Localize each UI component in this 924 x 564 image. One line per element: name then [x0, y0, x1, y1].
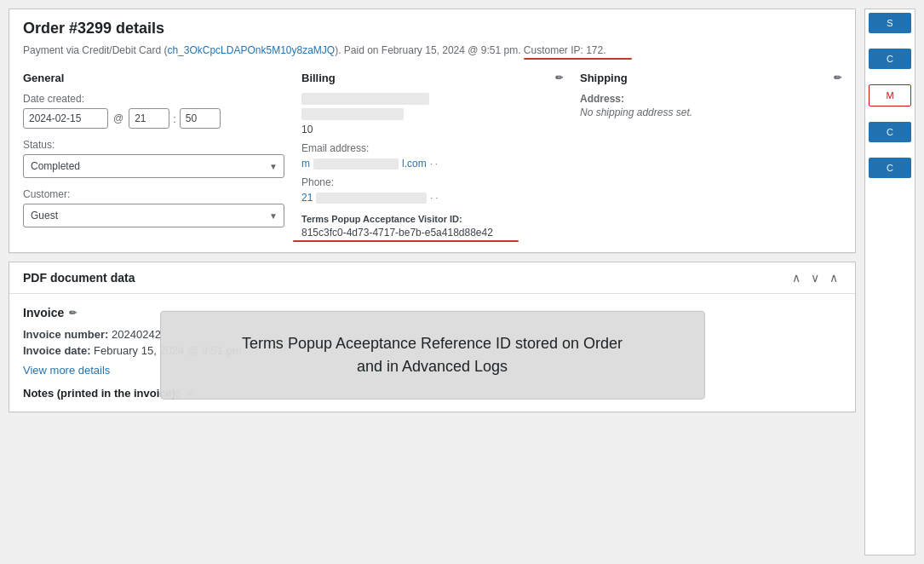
pdf-card-body: Invoice ✏ Invoice number: 20240242 Invoi…: [9, 294, 855, 411]
phone-label: Phone:: [301, 176, 563, 188]
terms-label: Terms Popup Acceptance Visitor ID:: [301, 214, 563, 224]
customer-label: Customer:: [23, 188, 284, 200]
at-text: @: [113, 112, 123, 124]
phone-prefix[interactable]: 21: [301, 192, 313, 204]
customer-select[interactable]: Guest: [23, 204, 284, 227]
sidebar-meta-2: [869, 74, 911, 81]
phone-dots: · ·: [430, 193, 438, 203]
invoice-date-row: Invoice date: February 15, 2024 @ 9:51 p…: [23, 344, 841, 357]
payment-info: Payment via Credit/Debit Card (ch_3OkCpc…: [23, 43, 841, 58]
pdf-title: PDF document data: [23, 271, 135, 285]
sidebar-btn-c3[interactable]: C: [869, 158, 911, 178]
sidebar-meta-3: [869, 112, 911, 118]
email-prefix[interactable]: m: [301, 158, 310, 170]
notes-edit-icon[interactable]: ✏: [186, 388, 193, 399]
order-sections: General Date created: @ : Status:: [23, 72, 841, 239]
hour-input[interactable]: [129, 108, 169, 129]
sidebar: S C M C C: [864, 9, 915, 555]
billing-name-blurred2: [301, 108, 404, 120]
pdf-card-header: PDF document data ∧ ∨ ∧: [9, 262, 855, 294]
invoice-number-label: Invoice number:: [23, 328, 108, 341]
order-title: Order #3299 details: [23, 20, 841, 37]
status-select[interactable]: Completed Pending payment Processing On …: [23, 154, 284, 178]
date-input[interactable]: [23, 108, 108, 129]
view-more-link[interactable]: View more details: [23, 364, 110, 377]
invoice-number-value: 20240242: [112, 328, 161, 341]
date-row: @ :: [23, 108, 284, 129]
customer-select-wrapper: Guest ▼: [23, 204, 284, 227]
status-label: Status:: [23, 139, 284, 151]
billing-section: Billing ✏ 10 Email address: m l.com: [301, 72, 563, 239]
pdf-card: PDF document data ∧ ∨ ∧ Invoice ✏ Invoic…: [9, 262, 856, 412]
pdf-up-arrow[interactable]: ∧: [789, 271, 804, 285]
sidebar-meta-1: [869, 38, 911, 45]
email-label: Email address:: [301, 142, 563, 154]
time-colon: :: [173, 112, 176, 125]
invoice-edit-icon[interactable]: ✏: [69, 308, 77, 319]
billing-edit-icon[interactable]: ✏: [555, 72, 563, 83]
email-dots: · ·: [430, 158, 438, 169]
terms-value: 815c3fc0-4d73-4717-be7b-e5a418d88e42: [301, 227, 493, 239]
pdf-card-controls: ∧ ∨ ∧: [789, 271, 841, 285]
billing-suffix: 10: [301, 124, 563, 135]
order-details-card: Order #3299 details Payment via Credit/D…: [9, 9, 856, 253]
payment-text-before: Payment via Credit/Debit Card (: [23, 44, 167, 56]
sidebar-btn-c2[interactable]: C: [869, 122, 911, 142]
notes-row: Notes (printed in the invoice): ✏: [23, 387, 841, 400]
terms-section: Terms Popup Acceptance Visitor ID: 815c3…: [301, 214, 563, 239]
payment-link[interactable]: ch_3OkCpcLDAPOnk5M10y8zaMJQ: [167, 44, 335, 56]
notes-label: Notes (printed in the invoice):: [23, 387, 179, 400]
payment-text-after: ). Paid on February 15, 2024 @ 9:51 pm.: [335, 44, 520, 56]
sidebar-btn-s[interactable]: S: [869, 13, 911, 33]
billing-email-row: m l.com · ·: [301, 158, 563, 170]
email-blurred: [313, 158, 399, 170]
sidebar-meta-4: [869, 147, 911, 154]
general-title: General: [23, 72, 284, 84]
invoice-date-label: Invoice date:: [23, 344, 90, 357]
pdf-collapse-arrow[interactable]: ∧: [826, 271, 841, 285]
shipping-edit-icon[interactable]: ✏: [834, 72, 841, 83]
customer-ip: Customer IP: 172.: [524, 43, 606, 58]
shipping-title: Shipping ✏: [580, 72, 841, 84]
sidebar-btn-c1[interactable]: C: [869, 49, 911, 69]
shipping-section: Shipping ✏ Address: No shipping address …: [580, 72, 841, 239]
date-label: Date created:: [23, 93, 284, 105]
general-section: General Date created: @ : Status:: [23, 72, 284, 239]
billing-title: Billing ✏: [301, 72, 563, 84]
invoice-number-row: Invoice number: 20240242: [23, 328, 841, 341]
shipping-address-value: No shipping address set.: [580, 106, 841, 118]
billing-name-blurred: [301, 93, 429, 105]
email-suffix[interactable]: l.com: [402, 158, 427, 170]
status-select-wrapper: Completed Pending payment Processing On …: [23, 154, 284, 178]
phone-blurred: [316, 193, 427, 204]
invoice-header: Invoice ✏: [23, 306, 841, 319]
invoice-title: Invoice: [23, 306, 64, 319]
invoice-date-value: February 15, 2024 @ 9:51 pm: [94, 344, 242, 357]
sidebar-btn-m[interactable]: M: [869, 84, 911, 106]
shipping-address-label: Address:: [580, 93, 841, 105]
billing-phone-row: 21 · ·: [301, 192, 563, 204]
pdf-down-arrow[interactable]: ∨: [807, 271, 823, 285]
minute-input[interactable]: [180, 108, 221, 129]
